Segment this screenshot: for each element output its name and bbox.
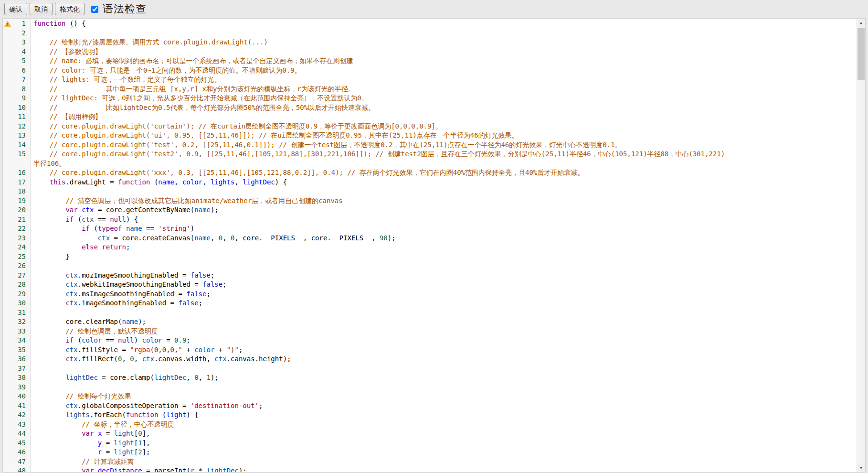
code-text[interactable]: if (ctx == null) { <box>31 215 857 225</box>
line-number: 22 <box>3 224 30 234</box>
code-text[interactable] <box>31 383 857 392</box>
code-line: 38 lightDec = core.clamp(lightDec, 0, 1)… <box>3 373 857 383</box>
code-line: 42 lights.forEach(function (light) { <box>3 410 857 420</box>
gutter-cell: 46 <box>3 448 31 457</box>
scroll-down-icon[interactable]: ▼ <box>857 464 865 472</box>
line-number: 42 <box>3 410 30 420</box>
code-line: 23 ctx = core.createCanvas(name, 0, 0, c… <box>3 234 857 243</box>
code-text[interactable]: function () { <box>31 19 857 29</box>
gutter-cell: 32 <box>3 317 31 327</box>
code-text[interactable]: // 其中每一项是三元组 [x,y,r] x和y分别为该灯光的横纵坐标，r为该灯… <box>31 85 857 94</box>
code-text[interactable]: core.clearMap(name); <box>31 317 857 327</box>
code-text[interactable]: // lightDec: 可选，0到1之间，光从多少百分比才开始衰减（在此范围内… <box>31 94 857 103</box>
code-text[interactable]: // 清空色调层；也可以修改成其它层比如animate/weather层，或者用… <box>31 196 857 206</box>
line-number: 9 <box>3 94 30 103</box>
scroll-up-icon[interactable]: ▲ <box>857 19 865 27</box>
code-text[interactable]: else return; <box>31 243 857 252</box>
code-text[interactable]: // 坐标，半径，中心不透明度 <box>31 420 857 430</box>
gutter-cell: 7 <box>3 75 31 85</box>
code-line: 17 this.drawLight = function (name, colo… <box>3 178 857 187</box>
code-text[interactable]: // lights: 可选，一个数组，定义了每个独立的灯光。 <box>31 75 857 85</box>
code-text[interactable]: // 【调用样例】 <box>31 112 857 122</box>
code-text[interactable]: // 计算衰减距离 <box>31 457 857 467</box>
code-text[interactable]: // core.plugin.drawLight('curtain'); // … <box>31 122 857 131</box>
line-number: 5 <box>3 56 30 66</box>
code-text[interactable]: // 绘制每个灯光效果 <box>31 392 857 401</box>
code-text[interactable]: // 【参数说明】 <box>31 47 857 57</box>
code-text[interactable]: ctx.globalCompositeOperation = 'destinat… <box>31 401 857 411</box>
code-text[interactable]: ctx.fillRect(0, 0, ctx.canvas.width, ctx… <box>31 355 857 364</box>
gutter-cell: 36 <box>3 355 31 364</box>
code-text[interactable]: if (typeof name == 'string') <box>31 224 857 234</box>
code-line: 45 y = light[1], <box>3 439 857 448</box>
gutter-cell: 4 <box>3 47 31 57</box>
line-number: 19 <box>3 196 30 206</box>
code-text[interactable]: // core.plugin.drawLight('ui', 0.95, [[2… <box>31 131 857 140</box>
gutter-cell: 23 <box>3 234 31 243</box>
svg-text:!: ! <box>7 22 9 27</box>
code-text[interactable]: ctx = core.createCanvas(name, 0, 0, core… <box>31 234 857 243</box>
code-text[interactable]: this.drawLight = function (name, color, … <box>31 178 857 187</box>
code-line: 半径106。 <box>3 159 857 169</box>
line-number: 11 <box>3 112 30 122</box>
code-text[interactable] <box>31 364 857 374</box>
code-text[interactable]: ctx.mozImageSmoothingEnabled = false; <box>31 271 857 280</box>
code-text[interactable] <box>31 261 857 271</box>
code-text[interactable]: // core.plugin.drawLight('test2', 0.9, [… <box>31 150 857 159</box>
code-text[interactable]: lights.forEach(function (light) { <box>31 410 857 420</box>
code-line: 3 // 绘制灯光/漆黑层效果。调用方式 core.plugin.drawLig… <box>3 38 857 47</box>
code-text[interactable]: r = light[2]; <box>31 448 857 457</box>
gutter-cell: 25 <box>3 252 31 262</box>
line-number: 12 <box>3 122 30 131</box>
code-text[interactable]: // color: 可选，只能是一个0~1之间的数，为不透明度的值。不填则默认为… <box>31 66 857 75</box>
line-number: 29 <box>3 290 30 299</box>
line-number: 39 <box>3 383 30 392</box>
line-number: 7 <box>3 75 30 85</box>
code-text[interactable]: // 绘制灯光/漆黑层效果。调用方式 core.plugin.drawLight… <box>31 38 857 47</box>
code-text[interactable] <box>31 187 857 196</box>
code-text[interactable]: ctx.webkitImageSmoothingEnabled = false; <box>31 280 857 290</box>
code-text[interactable]: // 绘制色调层，默认不透明度 <box>31 327 857 336</box>
code-text[interactable]: y = light[1], <box>31 439 857 448</box>
vertical-scrollbar[interactable]: ▲ ▼ <box>857 19 865 472</box>
gutter-cell: 16 <box>3 168 31 178</box>
gutter-cell: 29 <box>3 290 31 299</box>
code-text[interactable]: ctx.msImageSmoothingEnabled = false; <box>31 290 857 299</box>
code-text[interactable]: ctx.fillStyle = "rgba(0,0,0," + color + … <box>31 345 857 355</box>
code-text[interactable]: var x = light[0], <box>31 429 857 439</box>
code-text[interactable]: var decDistance = parseInt(r * lightDec)… <box>31 466 857 473</box>
code-text[interactable]: ctx.imageSmoothingEnabled = false; <box>31 299 857 308</box>
code-text[interactable]: // core.plugin.drawLight('test', 0.2, [[… <box>31 140 857 150</box>
gutter-cell: 12 <box>3 122 31 131</box>
code-lines[interactable]: !1function () {23 // 绘制灯光/漆黑层效果。调用方式 cor… <box>3 19 857 473</box>
code-text[interactable]: // name: 必填，要绘制到的画布名；可以是一个系统画布，或者是个自定义画布… <box>31 56 857 66</box>
code-text[interactable]: lightDec = core.clamp(lightDec, 0, 1); <box>31 373 857 383</box>
code-line: 26 <box>3 261 857 271</box>
gutter-cell: 27 <box>3 271 31 280</box>
code-text[interactable]: if (color == null) color = 0.9; <box>31 336 857 345</box>
gutter-cell: 35 <box>3 345 31 355</box>
code-text[interactable] <box>31 308 857 318</box>
code-text[interactable] <box>31 29 857 38</box>
gutter-cell: 48 <box>3 466 31 473</box>
code-text[interactable]: // core.plugin.drawLight('xxx', 0.3, [[2… <box>31 168 857 178</box>
cancel-button[interactable]: 取消 <box>30 3 53 15</box>
scrollbar-thumb[interactable] <box>857 28 865 80</box>
gutter-cell: 14 <box>3 140 31 150</box>
code-editor[interactable]: !1function () {23 // 绘制灯光/漆黑层效果。调用方式 cor… <box>2 18 866 473</box>
syntax-check-checkbox[interactable] <box>91 6 98 13</box>
line-number: 20 <box>3 205 30 215</box>
line-number: 48 <box>3 466 30 473</box>
line-number: 6 <box>3 66 30 75</box>
code-text[interactable]: var ctx = core.getContextByName(name); <box>31 205 857 215</box>
confirm-button[interactable]: 确认 <box>4 3 27 15</box>
gutter-cell: 2 <box>3 29 31 38</box>
gutter-cell: 10 <box>3 103 31 113</box>
code-text[interactable]: } <box>31 252 857 262</box>
format-button[interactable]: 格式化 <box>55 3 85 15</box>
code-text[interactable]: // 比如lightDec为0.5代表，每个灯光部分内圈50%的范围全亮，50%… <box>31 103 857 113</box>
syntax-check-label: 语法检查 <box>103 2 147 16</box>
code-text[interactable]: 半径106。 <box>31 159 857 169</box>
line-number: 31 <box>3 308 30 318</box>
code-line: 10 // 比如lightDec为0.5代表，每个灯光部分内圈50%的范围全亮，… <box>3 103 857 113</box>
